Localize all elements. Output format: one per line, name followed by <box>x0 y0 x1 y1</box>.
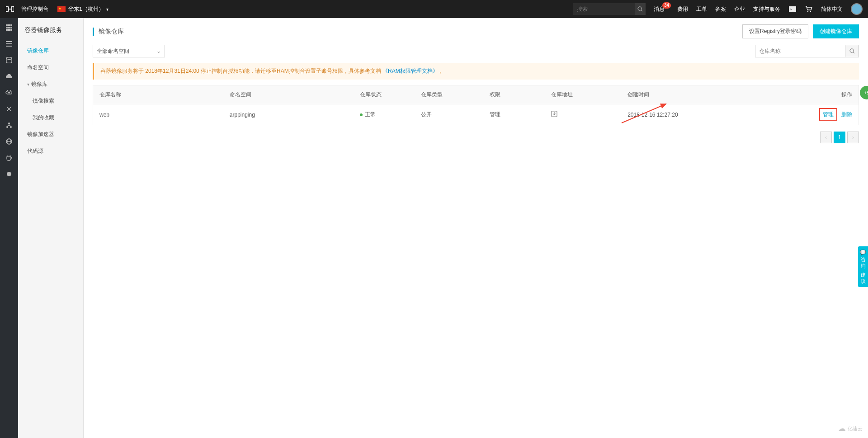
cross-icon[interactable] <box>5 105 13 113</box>
flag-icon <box>57 6 66 12</box>
th-name: 仓库名称 <box>93 85 223 104</box>
cloud-watermark-icon: ☁ <box>838 424 846 433</box>
svg-rect-9 <box>6 24 8 26</box>
cell-namespace: arppinging <box>223 104 354 125</box>
topbar: 管理控制台 华东1（杭州） ▾ 消息 34 费用 工单 备案 企业 支持与服务 … <box>0 0 868 18</box>
svg-rect-12 <box>6 27 8 28</box>
region-label: 华东1（杭州） <box>68 5 104 13</box>
svg-point-8 <box>810 11 811 12</box>
table-row: web arppinging 正常 公开 管理 2018-12-16 12:27… <box>93 104 859 125</box>
create-repo-button[interactable]: 创建镜像仓库 <box>813 24 859 38</box>
delete-link[interactable]: 删除 <box>841 111 852 118</box>
repo-search <box>755 45 859 57</box>
global-search <box>573 3 646 15</box>
svg-point-31 <box>850 49 854 52</box>
ram-doc-link[interactable]: 《RAM权限管理文档》 <box>382 68 438 74</box>
namespace-select[interactable]: 全部命名空间 ⌄ <box>93 45 165 57</box>
cell-auth: 管理 <box>483 104 544 125</box>
avatar[interactable] <box>851 3 863 15</box>
logo-icon[interactable] <box>5 6 14 12</box>
repo-search-button[interactable] <box>845 45 859 57</box>
nav-workorder[interactable]: 工单 <box>696 5 707 13</box>
svg-rect-10 <box>8 24 10 26</box>
manage-link[interactable]: 管理 <box>819 108 837 121</box>
sidebar-item-mirror-lib[interactable]: ▾ 镜像库 <box>18 76 83 93</box>
filter-row: 全部命名空间 ⌄ <box>84 45 868 63</box>
svg-rect-14 <box>10 27 12 28</box>
main-content: 镜像仓库 设置Registry登录密码 创建镜像仓库 全部命名空间 ⌄ 容器镜像… <box>84 18 868 438</box>
th-actions: 操作 <box>721 85 859 104</box>
float-feedback[interactable]: 💬 咨询 建议 <box>858 246 868 287</box>
sidebar-item-fav[interactable]: 我的收藏 <box>18 109 83 126</box>
sidebar-item-namespace[interactable]: 命名空间 <box>18 59 83 76</box>
svg-point-30 <box>7 172 11 176</box>
region-selector[interactable]: 华东1（杭州） ▾ <box>57 5 108 13</box>
list-icon[interactable] <box>5 40 13 48</box>
nav-support[interactable]: 支持与服务 <box>753 5 780 13</box>
warning-banner: 容器镜像服务将于 2018年12月31日24:00 停止控制台授权功能，请迁移至… <box>93 63 859 80</box>
svg-rect-16 <box>8 29 10 31</box>
set-registry-password-button[interactable]: 设置Registry登录密码 <box>742 24 808 38</box>
pagination: ‹ 1 › <box>84 125 868 150</box>
cloud-icon[interactable] <box>5 72 13 80</box>
table-header-row: 仓库名称 命名空间 仓库状态 仓库类型 权限 仓库地址 创建时间 操作 <box>93 85 859 104</box>
th-namespace: 命名空间 <box>223 85 354 104</box>
repo-search-input[interactable] <box>755 45 845 57</box>
sidebar-item-source[interactable]: 代码源 <box>18 143 83 160</box>
cell-status: 正常 <box>354 104 415 125</box>
svg-point-26 <box>10 126 12 128</box>
apps-icon[interactable] <box>5 24 13 32</box>
cell-created: 2018-12-16 12:27:20 <box>621 104 721 125</box>
branch-icon[interactable] <box>5 121 13 129</box>
console-label[interactable]: 管理控制台 <box>21 5 48 13</box>
svg-rect-2 <box>8 9 12 9</box>
global-search-input[interactable] <box>573 6 635 12</box>
svg-line-4 <box>641 10 642 11</box>
cloud-upload-icon[interactable] <box>5 89 13 97</box>
cart-icon[interactable] <box>805 6 813 12</box>
globe-icon[interactable] <box>5 137 13 146</box>
message-badge: 34 <box>662 2 671 9</box>
caret-down-icon: ▾ <box>27 82 29 87</box>
svg-rect-15 <box>6 29 8 31</box>
nav-message[interactable]: 消息 34 <box>654 5 665 13</box>
page-next[interactable]: › <box>847 132 859 143</box>
svg-rect-20 <box>6 46 12 47</box>
th-status: 仓库状态 <box>354 85 415 104</box>
sidebar-item-accel[interactable]: 镜像加速器 <box>18 126 83 143</box>
th-addr: 仓库地址 <box>545 85 621 104</box>
nav-enterprise[interactable]: 企业 <box>734 5 745 13</box>
nav-lang[interactable]: 简体中文 <box>821 5 843 13</box>
svg-point-21 <box>6 57 12 60</box>
svg-rect-11 <box>10 24 12 26</box>
cell-addr <box>545 104 621 125</box>
sidebar-item-repo[interactable]: 镜像仓库 <box>18 42 83 59</box>
circle-icon[interactable] <box>5 170 13 178</box>
page-1[interactable]: 1 <box>834 132 845 143</box>
svg-point-3 <box>638 7 642 10</box>
page-title: 镜像仓库 <box>93 28 124 36</box>
icon-rail <box>0 18 18 438</box>
th-created: 创建时间 <box>621 85 721 104</box>
nav-beian[interactable]: 备案 <box>715 5 726 13</box>
terminal-icon[interactable]: >_ <box>788 6 797 12</box>
cup-icon[interactable] <box>5 154 13 162</box>
svg-rect-17 <box>10 29 12 31</box>
watermark: ☁ 亿速云 <box>838 424 863 433</box>
sidebar-item-search[interactable]: 镜像搜索 <box>18 93 83 109</box>
cell-name: web <box>93 104 223 125</box>
download-icon[interactable] <box>551 112 557 118</box>
nav-cost[interactable]: 费用 <box>677 5 688 13</box>
global-search-button[interactable] <box>635 3 646 15</box>
database-icon[interactable] <box>5 56 13 64</box>
th-type: 仓库类型 <box>415 85 483 104</box>
svg-rect-18 <box>6 41 12 42</box>
svg-point-7 <box>807 11 808 12</box>
page-prev[interactable]: ‹ <box>820 132 832 143</box>
cell-actions: 管理 删除 <box>721 104 859 125</box>
repo-table: 仓库名称 命名空间 仓库状态 仓库类型 权限 仓库地址 创建时间 操作 web … <box>93 85 859 125</box>
svg-text:>_: >_ <box>790 7 794 11</box>
sidebar-title: 容器镜像服务 <box>18 18 83 41</box>
page-header: 镜像仓库 设置Registry登录密码 创建镜像仓库 <box>84 18 868 45</box>
sidebar: 容器镜像服务 镜像仓库 命名空间 ▾ 镜像库 镜像搜索 我的收藏 镜像加速器 代… <box>18 18 84 438</box>
